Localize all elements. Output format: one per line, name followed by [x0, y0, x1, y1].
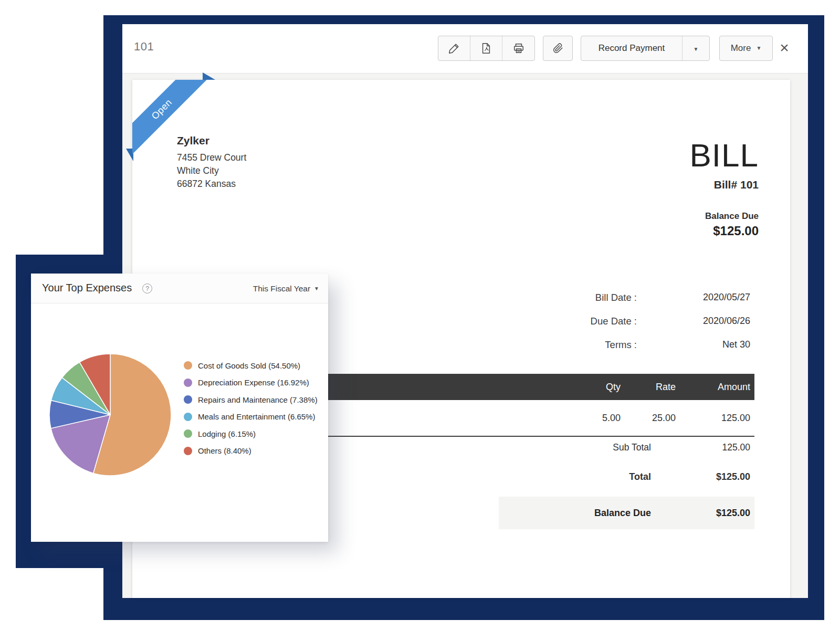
- terms-value: Net 30: [722, 339, 750, 350]
- document-type-title: BILL: [689, 136, 759, 174]
- due-date-label: Due Date :: [591, 316, 637, 327]
- export-pdf-button[interactable]: [470, 36, 502, 60]
- legend-label: Depreciation Expense (16.92%): [198, 378, 309, 387]
- due-date-value: 2020/06/26: [703, 316, 750, 327]
- toolbar: 101 Record Pay: [122, 24, 808, 74]
- legend-label: Lodging (6.15%): [198, 429, 256, 438]
- pie-legend: Cost of Goods Sold (54.50%) Depreciation…: [184, 357, 318, 459]
- legend-swatch: [184, 379, 192, 387]
- paperclip-icon: [553, 43, 563, 54]
- page: 101 Record Pay: [0, 0, 840, 630]
- status-ribbon-label: Open: [132, 80, 214, 162]
- period-selector[interactable]: This Fiscal Year ▼: [253, 284, 319, 293]
- total-label: Total: [629, 471, 651, 482]
- qty-cell: 5.00: [602, 400, 621, 436]
- legend-item: Meals and Entertainment (6.65%): [184, 408, 318, 426]
- chevron-down-icon: ▼: [694, 46, 699, 52]
- record-payment-button[interactable]: Record Payment: [581, 36, 682, 60]
- legend-item: Repairs and Maintenance (7.38%): [184, 391, 318, 408]
- sub-total-label: Sub Total: [613, 442, 651, 453]
- legend-label: Others (8.40%): [198, 446, 251, 455]
- legend-swatch: [184, 395, 192, 404]
- legend-label: Repairs and Maintenance (7.38%): [198, 395, 318, 404]
- help-icon[interactable]: ?: [142, 284, 152, 293]
- legend-item: Others (8.40%): [184, 443, 318, 460]
- period-selector-label: This Fiscal Year: [253, 284, 310, 293]
- attachments-button[interactable]: [543, 36, 573, 61]
- close-icon[interactable]: ×: [775, 39, 793, 57]
- expenses-pie-chart[interactable]: [48, 353, 172, 477]
- more-button[interactable]: More ▼: [719, 36, 773, 61]
- pdf-file-icon: [480, 43, 492, 54]
- amount-cell: 125.00: [721, 400, 750, 436]
- legend-item: Cost of Goods Sold (54.50%): [184, 357, 318, 374]
- bill-date-label: Bill Date :: [595, 292, 637, 303]
- more-button-label: More: [731, 43, 751, 54]
- document-number: 101: [134, 40, 154, 54]
- record-payment-split-button: Record Payment ▼: [581, 36, 710, 61]
- legend-swatch: [184, 361, 192, 370]
- top-expenses-card: Your Top Expenses ? This Fiscal Year ▼ C…: [31, 274, 328, 542]
- legend-label: Cost of Goods Sold (54.50%): [198, 361, 300, 370]
- legend-label: Meals and Entertainment (6.65%): [198, 412, 315, 421]
- bill-date-value: 2020/05/27: [703, 292, 750, 303]
- pencil-icon: [448, 43, 460, 54]
- qty-column-header: Qty: [606, 374, 621, 400]
- top-expenses-card-header: Your Top Expenses ? This Fiscal Year ▼: [31, 274, 328, 303]
- chevron-down-icon: ▼: [314, 286, 319, 291]
- legend-swatch: [184, 447, 192, 455]
- bill-number: Bill# 101: [714, 178, 759, 191]
- legend-item: Lodging (6.15%): [184, 425, 318, 443]
- balance-due-row-value: $125.00: [716, 508, 750, 519]
- card-title: Your Top Expenses: [42, 282, 132, 294]
- record-payment-dropdown[interactable]: ▼: [682, 36, 709, 60]
- terms-label: Terms :: [605, 339, 637, 351]
- balance-due-amount: $125.00: [713, 224, 759, 238]
- total-value: $125.00: [716, 471, 750, 482]
- edit-button[interactable]: [438, 36, 470, 60]
- document-actions-group: [438, 36, 535, 61]
- balance-due-label: Balance Due: [705, 211, 759, 222]
- balance-due-row-label: Balance Due: [594, 508, 651, 519]
- legend-swatch: [184, 429, 192, 438]
- legend-swatch: [184, 413, 192, 421]
- amount-column-header: Amount: [718, 374, 750, 400]
- rate-cell: 25.00: [652, 400, 676, 436]
- printer-icon: [513, 43, 524, 54]
- status-ribbon: Open: [132, 80, 269, 216]
- print-button[interactable]: [502, 36, 534, 60]
- legend-item: Depreciation Expense (16.92%): [184, 374, 318, 392]
- rate-column-header: Rate: [656, 374, 676, 400]
- chevron-down-icon: ▼: [756, 46, 761, 51]
- sub-total-value: 125.00: [722, 442, 750, 453]
